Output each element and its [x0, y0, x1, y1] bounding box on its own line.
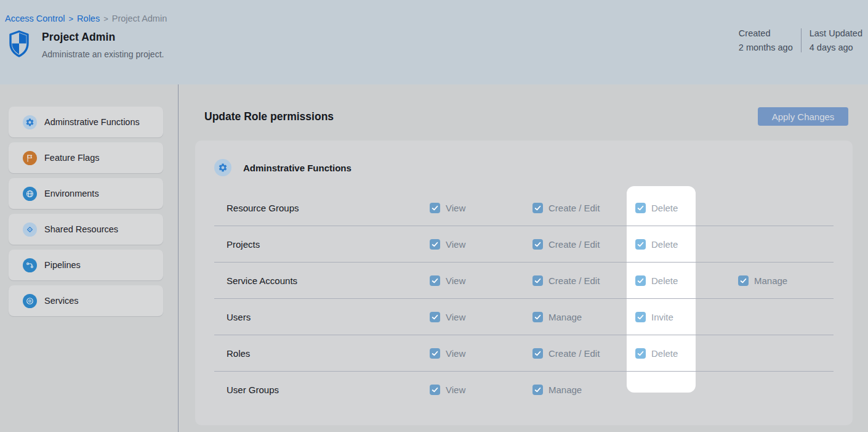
permission-row-name: Roles — [214, 348, 430, 359]
permission-cell: Create / Edit — [532, 348, 635, 359]
role-meta: Created2 months agoLast Updated4 days ag… — [739, 28, 862, 52]
chevron-right-icon: > — [103, 14, 108, 23]
page-subtitle: Administrate an existing project. — [42, 49, 164, 59]
meta-block: Last Updated4 days ago — [810, 28, 862, 52]
permission-row: ProjectsViewCreate / EditDelete — [214, 226, 834, 263]
sidebar-item-adminstrative-functions[interactable]: Adminstrative Functions — [9, 107, 163, 137]
permissions-table: Resource GroupsViewCreate / EditDeletePr… — [214, 190, 834, 408]
permission-cell: View — [430, 312, 532, 322]
permission-label: View — [446, 203, 465, 213]
permission-row-name: Resource Groups — [214, 203, 430, 213]
permission-row: UsersViewManageInvite — [214, 299, 834, 335]
permission-cell: Create / Edit — [532, 275, 635, 286]
permission-row-name: Projects — [214, 239, 430, 250]
checkbox-view[interactable] — [430, 275, 440, 286]
sidebar-item-label: Shared Resources — [44, 224, 118, 234]
pipeline-icon — [23, 258, 37, 272]
sidebar-item-label: Adminstrative Functions — [44, 117, 140, 127]
breadcrumb-current: Project Admin — [112, 14, 167, 23]
permission-cell: Manage — [532, 385, 834, 395]
checkbox-invite[interactable] — [635, 312, 646, 322]
permission-cell: Create / Edit — [532, 203, 635, 213]
permission-cell: Manage — [738, 275, 834, 286]
permissions-section-header: Adminstrative Functions — [195, 141, 853, 176]
checkbox-delete[interactable] — [635, 239, 646, 250]
checkbox-view[interactable] — [430, 312, 440, 322]
checkbox-view[interactable] — [430, 348, 440, 359]
permission-label: View — [446, 385, 465, 395]
permission-label: Delete — [651, 203, 678, 213]
sidebar-item-label: Feature Flags — [44, 153, 99, 163]
checkbox-manage[interactable] — [532, 312, 543, 322]
flag-icon — [23, 151, 37, 165]
page-title: Project Admin — [42, 31, 164, 44]
checkbox-create-edit[interactable] — [532, 203, 543, 213]
chevron-right-icon: > — [69, 14, 74, 23]
page: Access Control>Roles>Project Admin Proje… — [0, 0, 868, 432]
permission-cell: Delete — [635, 348, 834, 359]
permission-label: View — [446, 275, 465, 286]
sidebar-item-label: Pipelines — [44, 260, 81, 270]
sidebar: Adminstrative FunctionsFeature FlagsEnvi… — [0, 84, 179, 432]
permission-label: Delete — [651, 348, 678, 359]
permission-cell: Delete — [635, 203, 834, 213]
checkbox-delete[interactable] — [635, 275, 646, 286]
permission-row-name: Users — [214, 312, 430, 322]
sidebar-item-label: Services — [44, 296, 79, 306]
checkbox-delete[interactable] — [635, 203, 646, 213]
permission-cell: Create / Edit — [532, 239, 635, 250]
permission-row-name: Service Accounts — [214, 275, 430, 286]
checkbox-manage[interactable] — [738, 275, 749, 286]
checkbox-view[interactable] — [430, 239, 440, 250]
permission-label: Create / Edit — [549, 203, 600, 213]
sidebar-item-label: Environments — [44, 189, 99, 198]
permission-label: View — [446, 239, 465, 250]
gear-icon — [23, 115, 37, 129]
permission-label: View — [446, 312, 465, 322]
checkbox-view[interactable] — [430, 203, 440, 213]
services-icon — [23, 294, 37, 308]
permissions-section-title: Adminstrative Functions — [243, 163, 352, 173]
sidebar-item-pipelines[interactable]: Pipelines — [9, 250, 163, 280]
permission-label: Manage — [549, 312, 582, 322]
permission-row: User GroupsViewManage — [214, 372, 834, 408]
breadcrumb-link[interactable]: Access Control — [5, 14, 65, 23]
meta-label: Created — [739, 28, 793, 38]
checkbox-manage[interactable] — [532, 385, 543, 395]
meta-label: Last Updated — [810, 28, 862, 38]
permission-label: Delete — [651, 275, 678, 286]
meta-divider — [801, 28, 802, 52]
permission-label: Create / Edit — [549, 348, 600, 359]
permission-row: RolesViewCreate / EditDelete — [214, 335, 834, 372]
checkbox-create-edit[interactable] — [532, 239, 543, 250]
permission-label: Create / Edit — [549, 275, 600, 286]
page-header: Access Control>Roles>Project Admin Proje… — [0, 0, 868, 84]
sidebar-item-feature-flags[interactable]: Feature Flags — [9, 142, 163, 173]
permissions-card: Adminstrative Functions Resource GroupsV… — [195, 141, 853, 425]
permission-row: Service AccountsViewCreate / EditDeleteM… — [214, 263, 834, 299]
sidebar-item-shared-resources[interactable]: Shared Resources — [9, 214, 163, 245]
sidebar-item-services[interactable]: Services — [9, 285, 163, 316]
globe-icon — [23, 187, 37, 201]
checkbox-view[interactable] — [430, 385, 440, 395]
checkbox-create-edit[interactable] — [532, 275, 543, 286]
permission-row: Resource GroupsViewCreate / EditDelete — [214, 190, 834, 226]
permission-label: Manage — [549, 385, 582, 395]
meta-block: Created2 months ago — [739, 28, 793, 52]
sidebar-item-environments[interactable]: Environments — [9, 178, 163, 209]
breadcrumb-link[interactable]: Roles — [77, 14, 100, 23]
main-content: Update Role permissions Apply Changes Ad… — [179, 84, 868, 432]
main-heading: Update Role permissions — [204, 110, 334, 123]
apply-changes-button[interactable]: Apply Changes — [758, 107, 848, 126]
checkbox-delete[interactable] — [635, 348, 646, 359]
permission-cell: Delete — [635, 275, 738, 286]
permission-cell: Delete — [635, 239, 834, 250]
shield-icon — [9, 30, 30, 57]
meta-value: 2 months ago — [739, 43, 793, 52]
permission-cell: View — [430, 275, 532, 286]
checkbox-create-edit[interactable] — [532, 348, 543, 359]
permission-row-name: User Groups — [214, 385, 430, 395]
permission-label: Manage — [754, 275, 787, 286]
permission-cell: View — [430, 385, 532, 395]
permission-cell: View — [430, 203, 532, 213]
